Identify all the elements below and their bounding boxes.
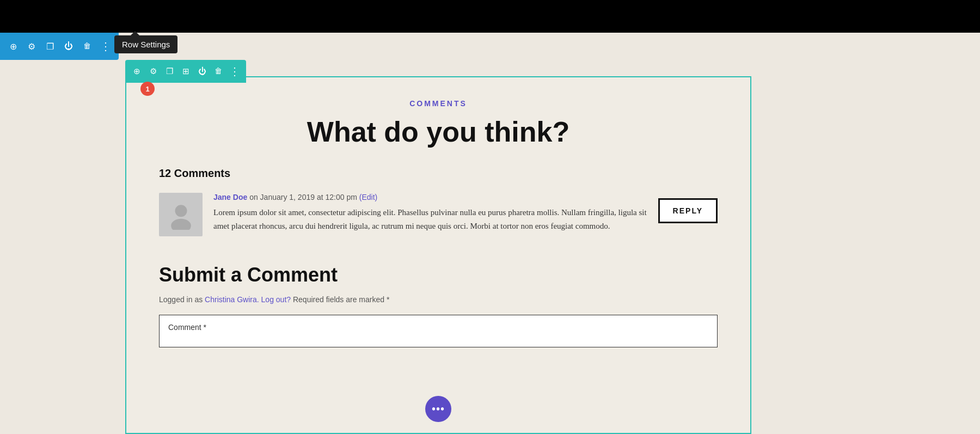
comment-meta: on January 1, 2019 at 12:00 pm — [249, 193, 359, 201]
comment-text: Lorem ipsum dolor sit amet, consectetur … — [213, 206, 647, 233]
duplicate-icon[interactable] — [44, 40, 57, 53]
teal-duplicate-icon[interactable] — [163, 65, 175, 77]
teal-trash-icon[interactable] — [212, 65, 224, 77]
more-icon[interactable] — [99, 40, 112, 53]
avatar — [159, 193, 203, 236]
svg-point-0 — [175, 205, 187, 217]
submit-section: Submit a Comment Logged in as Christina … — [159, 264, 718, 347]
top-bar — [0, 0, 980, 33]
move-icon[interactable] — [7, 40, 20, 53]
logged-in-user-link[interactable]: Christina Gwira — [205, 295, 257, 304]
toolbar-teal — [125, 60, 246, 83]
power-icon[interactable] — [62, 40, 75, 53]
comment-body: Jane Doe on January 1, 2019 at 12:00 pm … — [213, 193, 647, 233]
svg-point-1 — [171, 219, 191, 230]
logout-link[interactable]: . Log out? — [257, 295, 291, 304]
comment-input-box[interactable]: Comment * — [159, 315, 718, 347]
comment-edit[interactable]: (Edit) — [359, 193, 377, 201]
comment-author[interactable]: Jane Doe — [213, 193, 247, 201]
teal-more-icon[interactable] — [229, 65, 241, 77]
teal-settings-icon[interactable] — [147, 65, 159, 77]
row-settings-tooltip: Row Settings — [114, 35, 177, 53]
purple-fab[interactable]: ••• — [425, 396, 451, 422]
comment-row: Jane Doe on January 1, 2019 at 12:00 pm … — [159, 193, 718, 236]
red-badge: 1 — [140, 82, 155, 96]
logged-in-text: Logged in as Christina Gwira. Log out? R… — [159, 295, 718, 304]
trash-icon[interactable] — [81, 40, 94, 53]
comments-label: COMMENTS — [159, 99, 718, 108]
comments-count: 12 Comments — [159, 167, 718, 180]
main-heading: What do you think? — [159, 117, 718, 148]
teal-columns-icon[interactable] — [180, 65, 192, 77]
submit-heading: Submit a Comment — [159, 264, 718, 286]
settings-icon[interactable] — [25, 40, 38, 53]
content-area: COMMENTS What do you think? 12 Comments … — [125, 76, 751, 434]
comment-author-line: Jane Doe on January 1, 2019 at 12:00 pm … — [213, 193, 647, 201]
reply-button[interactable]: REPLY — [658, 198, 718, 223]
teal-move-icon[interactable] — [131, 65, 143, 77]
teal-power-icon[interactable] — [196, 65, 208, 77]
toolbar-blue — [0, 33, 119, 60]
